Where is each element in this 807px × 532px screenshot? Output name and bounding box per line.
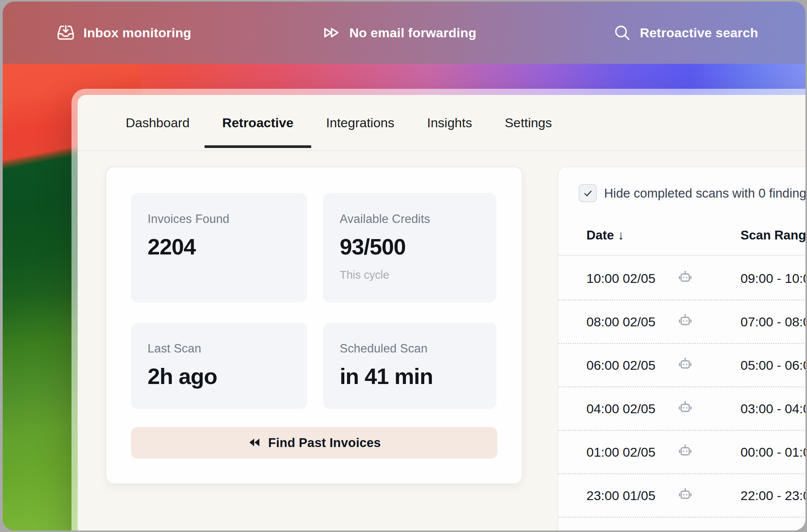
column-header-scan-range[interactable]: Scan Range	[741, 228, 805, 243]
screen: Inbox monitoring No email forwarding	[3, 2, 805, 530]
robot-icon	[677, 486, 694, 505]
app-window-body: Dashboard Retroactive Integrations Insig…	[78, 95, 805, 530]
stats-card: Invoices Found 2204 Available Credits 93…	[106, 166, 523, 484]
active-tab-underline	[204, 145, 311, 148]
hide-completed-checkbox[interactable]	[579, 184, 597, 202]
banner-item-no-forwarding: No email forwarding	[322, 2, 477, 64]
scan-row[interactable]: 08:00 02/05 07:00 - 08:00	[558, 301, 805, 344]
tab-insights[interactable]: Insights	[427, 115, 472, 130]
scans-table-rows: 10:00 02/05 09:00 - 10:00 08:00 02/05 07…	[558, 257, 805, 530]
robot-icon	[677, 399, 694, 418]
filter-row: Hide completed scans with 0 findings	[579, 184, 805, 202]
find-past-invoices-button[interactable]: Find Past Invoices	[131, 427, 497, 459]
scan-range: 03:00 - 04:00	[741, 401, 805, 416]
stat-invoices-found: Invoices Found 2204	[131, 193, 307, 303]
scan-date: 23:00 01/05	[586, 488, 656, 503]
scan-row[interactable]: 01:00 02/05 00:00 - 01:00	[558, 431, 805, 474]
scan-row[interactable]: 06:00 02/05 05:00 - 06:00	[558, 344, 805, 387]
rewind-icon	[247, 436, 261, 451]
inbox-arrow-down-icon	[56, 23, 75, 42]
scans-panel: Hide completed scans with 0 findings Dat…	[558, 166, 805, 530]
scan-range: 07:00 - 08:00	[741, 314, 805, 329]
find-past-invoices-label: Find Past Invoices	[268, 436, 381, 450]
scan-date: 04:00 02/05	[586, 401, 656, 416]
scan-date: 06:00 02/05	[586, 358, 656, 373]
sort-descending-icon: ↓	[618, 228, 624, 242]
hide-completed-label: Hide completed scans with 0 findings	[604, 186, 805, 201]
scan-row[interactable]: 23:00 01/05 22:00 - 23:00	[558, 474, 805, 518]
search-icon	[613, 23, 631, 42]
stat-label: Scheduled Scan	[340, 342, 496, 356]
header-divider	[558, 255, 805, 256]
scan-row[interactable]: 22:00 01/05 21:00 - 22:00	[558, 518, 805, 530]
robot-icon	[677, 530, 694, 530]
stat-value: 2204	[148, 234, 307, 259]
robot-icon	[677, 356, 694, 374]
scan-date: 01:00 02/05	[586, 445, 656, 460]
banner-label: Inbox monitoring	[83, 25, 191, 40]
banner-label: No email forwarding	[349, 25, 477, 40]
fast-forward-icon	[322, 23, 341, 42]
banner-item-retroactive-search: Retroactive search	[613, 2, 758, 64]
stat-label: Available Credits	[340, 212, 496, 226]
stat-last-scan: Last Scan 2h ago	[131, 323, 307, 409]
checkmark-icon	[582, 188, 594, 199]
feature-banner: Inbox monitoring No email forwarding	[3, 2, 805, 64]
stats-grid: Invoices Found 2204 Available Credits 93…	[131, 193, 497, 409]
scan-range: 09:00 - 10:00	[741, 271, 805, 286]
stat-value: in 41 min	[340, 363, 496, 389]
tab-settings[interactable]: Settings	[505, 115, 552, 130]
screenshot-frame: Inbox monitoring No email forwarding	[0, 0, 807, 532]
scan-date: 10:00 02/05	[586, 271, 656, 286]
app-window: Dashboard Retroactive Integrations Insig…	[71, 89, 805, 530]
tab-dashboard[interactable]: Dashboard	[126, 115, 189, 130]
tab-bar: Dashboard Retroactive Integrations Insig…	[78, 95, 805, 151]
stat-label: Invoices Found	[148, 212, 307, 226]
tab-retroactive[interactable]: Retroactive	[222, 115, 293, 130]
banner-item-inbox-monitoring: Inbox monitoring	[56, 2, 191, 64]
scan-date: 08:00 02/05	[586, 314, 656, 329]
stat-label: Last Scan	[148, 342, 307, 356]
scan-range: 22:00 - 23:00	[741, 488, 805, 503]
scans-table-header: Date↓ Scan Range	[558, 225, 805, 256]
scan-row[interactable]: 04:00 02/05 03:00 - 04:00	[558, 387, 805, 431]
stat-available-credits: Available Credits 93/500 This cycle	[323, 193, 496, 303]
scan-row[interactable]: 10:00 02/05 09:00 - 10:00	[558, 257, 805, 301]
tab-integrations[interactable]: Integrations	[326, 115, 395, 130]
banner-label: Retroactive search	[640, 25, 758, 40]
scan-range: 00:00 - 01:00	[741, 445, 805, 460]
stat-value: 93/500	[340, 234, 496, 259]
scan-range: 05:00 - 06:00	[741, 358, 805, 373]
robot-icon	[677, 313, 694, 331]
stat-value: 2h ago	[148, 363, 307, 389]
robot-icon	[677, 443, 694, 461]
robot-icon	[677, 269, 694, 288]
stat-note: This cycle	[340, 269, 496, 281]
column-header-date[interactable]: Date↓	[586, 228, 624, 243]
stat-scheduled-scan: Scheduled Scan in 41 min	[323, 323, 496, 409]
